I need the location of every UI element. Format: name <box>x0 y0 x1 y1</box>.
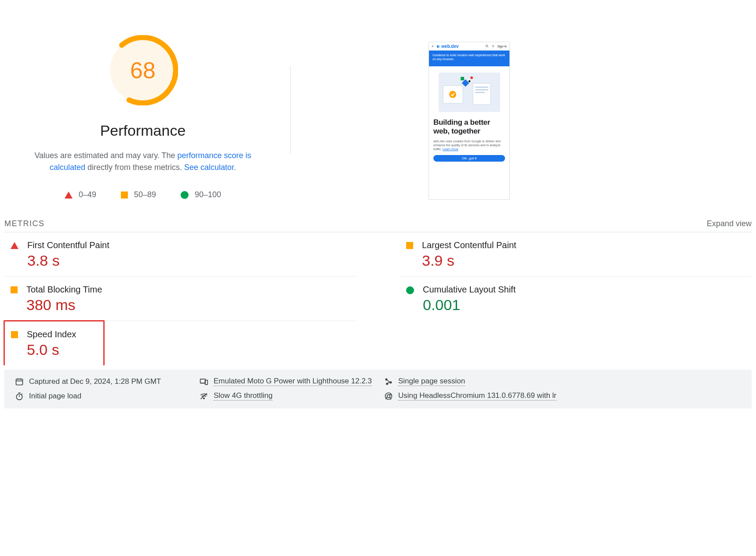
metric-cls-value: 0.001 <box>423 296 516 314</box>
square-icon <box>11 331 18 338</box>
emulated-device[interactable]: Emulated Moto G Power with Lighthouse 12… <box>200 377 384 386</box>
devices-icon <box>200 377 208 386</box>
chrome-icon <box>384 392 393 401</box>
svg-rect-13 <box>475 92 485 93</box>
svg-rect-12 <box>475 89 488 90</box>
square-icon <box>11 286 18 293</box>
svg-rect-15 <box>461 77 464 80</box>
site-logo: web.dev <box>436 44 458 49</box>
see-calculator-link[interactable]: See calculator <box>184 163 234 172</box>
svg-line-2 <box>487 47 488 47</box>
svg-point-1 <box>486 45 487 47</box>
square-icon <box>406 242 413 249</box>
svg-point-32 <box>204 397 205 399</box>
stopwatch-icon <box>15 392 24 401</box>
metric-tbt[interactable]: Total Blocking Time 380 ms <box>4 277 356 321</box>
page-load-type: Initial page load <box>15 391 200 401</box>
svg-rect-11 <box>475 87 488 88</box>
thumbnail-headline: Building a better web, together <box>429 116 509 137</box>
metric-lcp-value: 3.9 s <box>422 252 516 269</box>
svg-rect-17 <box>469 80 470 82</box>
expand-view-button[interactable]: Expand view <box>707 219 752 228</box>
page-screenshot-thumbnail: ≡ web.dev Sign in Guidance to build mode… <box>429 42 510 200</box>
legend-average: 50–89 <box>121 190 156 199</box>
metrics-section-label: METRICS <box>4 219 45 228</box>
legend-pass: 90–100 <box>181 190 221 199</box>
performance-score: 68 <box>108 35 178 105</box>
search-icon <box>485 44 489 48</box>
captured-at: Captured at Dec 9, 2024, 1:28 PM GMT <box>15 377 200 386</box>
performance-description: Values are estimated and may vary. The p… <box>20 150 266 173</box>
calendar-icon <box>15 377 24 386</box>
thumbnail-banner: Guidance to build modern web experiences… <box>429 51 509 66</box>
legend-fail: 0–49 <box>65 190 96 199</box>
triangle-icon <box>65 191 73 199</box>
menu-icon: ≡ <box>432 45 433 48</box>
metric-tbt-value: 380 ms <box>26 296 102 314</box>
network-icon <box>200 392 208 401</box>
svg-point-16 <box>470 76 473 79</box>
svg-point-3 <box>492 46 494 47</box>
metric-si-value: 5.0 s <box>27 341 76 358</box>
hub-icon <box>384 377 393 386</box>
score-legend: 0–49 50–89 90–100 <box>65 190 221 199</box>
circle-icon <box>181 191 189 199</box>
thumbnail-hero-image <box>439 72 500 112</box>
session-type[interactable]: Single page session <box>384 377 741 386</box>
performance-title: Performance <box>100 122 186 139</box>
performance-gauge: 68 <box>108 35 178 105</box>
metric-lcp[interactable]: Largest Contentful Paint 3.9 s <box>400 232 752 277</box>
metric-fcp[interactable]: First Contentful Paint 3.8 s <box>4 232 356 277</box>
square-icon <box>121 191 128 199</box>
svg-line-31 <box>22 394 22 394</box>
metric-cls[interactable]: Cumulative Layout Shift 0.001 <box>400 277 752 321</box>
theme-icon <box>491 44 495 48</box>
svg-point-9 <box>449 91 456 98</box>
signin-label: Sign in <box>498 45 507 48</box>
svg-rect-18 <box>16 379 23 385</box>
environment-footer: Captured at Dec 9, 2024, 1:28 PM GMT Emu… <box>4 370 752 408</box>
circle-icon <box>406 286 414 294</box>
metric-si[interactable]: Speed Index 5.0 s <box>4 320 105 365</box>
thumbnail-cookie-notice: web.dev uses cookies from Google to deli… <box>429 137 509 153</box>
metric-fcp-value: 3.8 s <box>27 252 109 269</box>
thumbnail-cookie-button: OK, got it <box>433 155 505 162</box>
triangle-icon <box>11 242 18 249</box>
browser-info[interactable]: Using HeadlessChromium 131.0.6778.69 wit… <box>384 391 741 401</box>
svg-rect-22 <box>200 379 206 383</box>
network-throttling[interactable]: Slow 4G throttling <box>200 391 384 401</box>
